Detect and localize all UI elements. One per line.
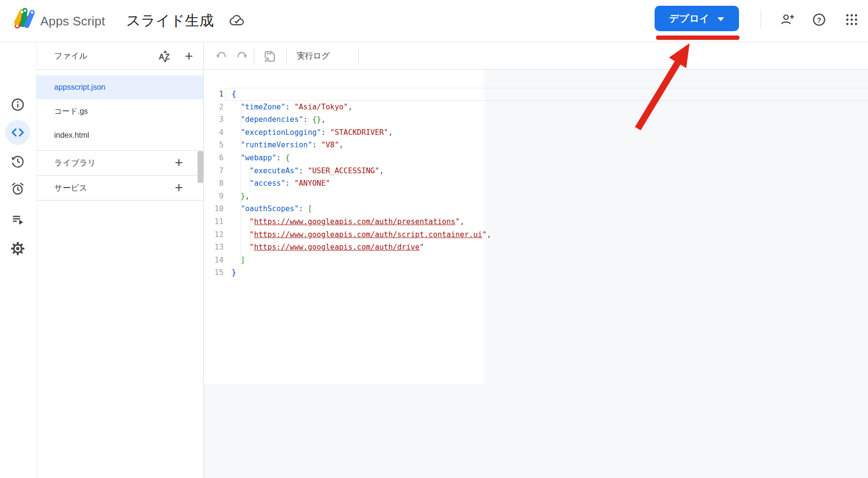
app-name: Apps Script xyxy=(40,0,105,42)
executions-list-icon[interactable] xyxy=(7,209,28,230)
left-nav-rail xyxy=(0,42,36,478)
line-number: 2 xyxy=(204,101,223,114)
libraries-label: ライブラリ xyxy=(54,151,96,175)
project-settings-gear-icon[interactable] xyxy=(7,238,28,259)
add-library-icon[interactable]: + xyxy=(171,155,187,171)
svg-text:Z: Z xyxy=(165,53,170,61)
line-number-gutter: 123456789101112131415 xyxy=(204,88,223,279)
toolbar-divider xyxy=(254,48,254,63)
code-line-3: "dependencies": {}, xyxy=(232,113,491,126)
code-line-4: "exceptionLogging": "STACKDRIVER", xyxy=(232,126,491,139)
toolbar-divider xyxy=(286,48,287,63)
add-file-icon[interactable]: + xyxy=(180,48,198,65)
panel-scrollbar-thumb[interactable] xyxy=(198,151,203,183)
google-apps-grid-icon[interactable] xyxy=(842,10,861,29)
run-log-button[interactable]: 実行ログ xyxy=(297,42,330,70)
line-number: 8 xyxy=(204,177,223,190)
line-number: 6 xyxy=(204,152,223,165)
line-number: 1 xyxy=(204,88,223,101)
line-number: 11 xyxy=(204,215,223,228)
add-person-icon[interactable] xyxy=(778,10,797,29)
sort-az-icon[interactable]: A Z xyxy=(157,48,174,64)
libraries-section: ライブラリ + xyxy=(36,150,203,175)
deploy-button-label: デプロイ xyxy=(669,12,710,25)
apps-script-logo-icon xyxy=(12,6,35,30)
code-line-11: "https://www.googleapis.com/auth/present… xyxy=(232,215,491,228)
cloud-saved-icon xyxy=(229,12,245,29)
save-icon[interactable] xyxy=(262,49,277,63)
file-item-コード.gs[interactable]: コード.gs xyxy=(36,99,203,123)
svg-text:?: ? xyxy=(817,16,821,24)
apps-script-window: Apps Script スライド生成 デプロイ ? xyxy=(0,0,868,478)
code-line-14: ] xyxy=(232,254,491,267)
line-number: 7 xyxy=(204,165,223,178)
overview-info-icon[interactable] xyxy=(7,94,28,115)
deploy-caret-icon xyxy=(717,17,724,21)
line-number: 10 xyxy=(204,203,223,215)
svg-text:A: A xyxy=(159,53,164,61)
file-panel-title: ファイル xyxy=(54,42,88,70)
header-divider xyxy=(761,10,761,28)
line-number: 14 xyxy=(204,254,223,267)
redo-icon[interactable] xyxy=(235,49,249,63)
line-number: 15 xyxy=(204,266,223,279)
toolbar-divider xyxy=(358,48,359,63)
code-line-6: "webapp": { xyxy=(232,152,491,165)
file-panel: ファイル A Z + appsscript.jsonコード.gsindex.ht… xyxy=(36,42,204,478)
project-title[interactable]: スライド生成 xyxy=(126,0,214,42)
code-line-1: { xyxy=(232,88,491,101)
file-panel-header: ファイル A Z + xyxy=(36,42,203,70)
history-icon[interactable] xyxy=(7,151,28,172)
triggers-alarm-clock-icon[interactable] xyxy=(7,178,28,199)
code-line-12: "https://www.googleapis.com/auth/script.… xyxy=(232,228,491,241)
code-editor[interactable]: 123456789101112131415 { "timeZone": "Asi… xyxy=(204,70,868,478)
line-number: 3 xyxy=(204,113,223,126)
code-line-13: "https://www.googleapis.com/auth/drive" xyxy=(232,241,491,254)
deploy-button[interactable]: デプロイ xyxy=(655,6,739,31)
line-number: 13 xyxy=(204,241,223,254)
code-line-5: "runtimeVersion": "V8", xyxy=(232,139,491,152)
annotation-red-underline xyxy=(656,36,739,40)
editor-code-icon[interactable] xyxy=(7,122,28,143)
code-line-2: "timeZone": "Asia/Tokyo", xyxy=(232,101,491,114)
code-line-7: "executeAs": "USER_ACCESSING", xyxy=(232,165,491,178)
line-number: 5 xyxy=(204,139,223,152)
services-section: サービス + xyxy=(36,175,203,201)
file-list: appsscript.jsonコード.gsindex.html xyxy=(36,75,203,147)
undo-icon[interactable] xyxy=(214,49,228,63)
code-content[interactable]: { "timeZone": "Asia/Tokyo", "dependencie… xyxy=(232,88,491,279)
code-line-15: } xyxy=(232,266,491,279)
help-icon[interactable]: ? xyxy=(809,10,829,29)
editor-toolbar: 実行ログ xyxy=(204,42,868,70)
code-line-8: "access": "ANYONE" xyxy=(232,177,491,190)
line-number: 12 xyxy=(204,228,223,241)
code-line-9: }, xyxy=(232,190,491,203)
line-number: 9 xyxy=(204,190,223,203)
file-item-appsscript.json[interactable]: appsscript.json xyxy=(36,75,203,99)
add-service-icon[interactable]: + xyxy=(171,180,187,196)
services-label: サービス xyxy=(54,176,87,200)
code-line-10: "oauthScopes": [ xyxy=(232,203,491,215)
file-item-index.html[interactable]: index.html xyxy=(36,123,203,147)
line-number: 4 xyxy=(204,126,223,139)
